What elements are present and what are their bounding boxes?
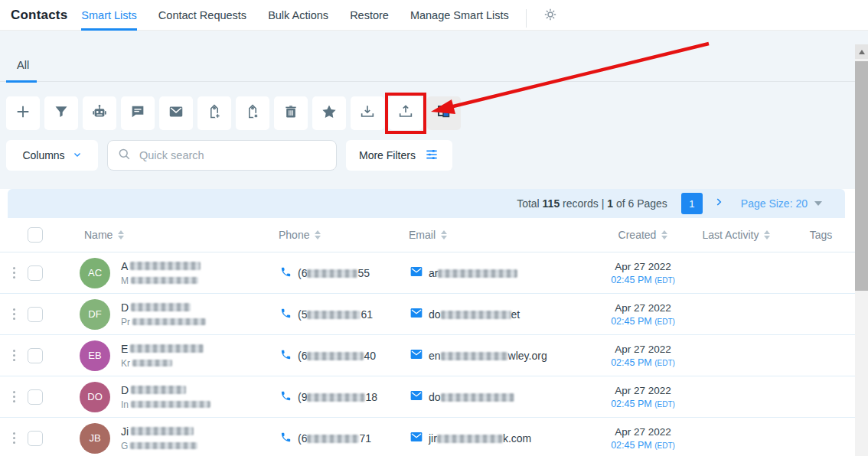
star-icon xyxy=(321,103,338,123)
redacted-phone xyxy=(307,393,365,402)
redacted-name xyxy=(131,386,186,394)
send-sms-button[interactable] xyxy=(121,96,155,130)
redacted-text xyxy=(131,401,210,408)
mail-icon xyxy=(410,432,423,445)
avatar: DO xyxy=(80,382,110,412)
columns-label: Columns xyxy=(22,149,64,161)
avatar: AC xyxy=(80,258,110,288)
name-cell[interactable]: DO D In xyxy=(54,382,279,412)
filter-bar: Columns More Filters xyxy=(6,140,868,171)
gear-icon xyxy=(542,6,559,26)
merge-contacts-button[interactable] xyxy=(427,96,461,130)
name-cell[interactable]: JB Ji G xyxy=(54,423,279,454)
sort-icon[interactable] xyxy=(661,230,667,239)
created-cell: Apr 27 2022 02:45 PM (EDT) xyxy=(600,302,686,327)
mail-icon xyxy=(410,390,423,403)
column-header-last-activity[interactable]: Last Activity xyxy=(686,229,787,241)
phone-cell: (671 xyxy=(279,432,409,445)
created-cell: Apr 27 2022 02:45 PM (EDT) xyxy=(600,426,686,451)
sort-icon[interactable] xyxy=(764,230,770,239)
column-header-name[interactable]: Name xyxy=(54,229,279,241)
table-row[interactable]: JB Ji G (671 jirk.com Apr 27 2022 02:45 … xyxy=(0,418,855,456)
column-header-phone[interactable]: Phone xyxy=(279,229,409,241)
sort-icon[interactable] xyxy=(315,230,321,239)
page-size-selector[interactable]: Page Size: 20 xyxy=(741,197,822,210)
scroll-up-button[interactable] xyxy=(855,44,868,59)
quick-search-input[interactable] xyxy=(138,148,327,162)
add-contact-button[interactable] xyxy=(6,96,40,130)
current-page-number: 1 xyxy=(607,197,613,210)
nav-tab-restore[interactable]: Restore xyxy=(350,0,389,31)
nav-tab-manage-smart-lists[interactable]: Manage Smart Lists xyxy=(410,0,509,31)
redacted-text xyxy=(130,442,197,449)
records-summary: Total 115 records | 1 of 6 Pages xyxy=(517,197,667,210)
contacts-table: Name Phone Email Created Last Activity T… xyxy=(0,218,855,456)
redacted-name xyxy=(130,262,201,270)
tag-remove-icon xyxy=(244,103,261,123)
bulk-action-toolbar xyxy=(6,96,868,130)
trash-icon xyxy=(283,104,299,122)
vertical-scrollbar[interactable] xyxy=(855,44,868,456)
redacted-email xyxy=(441,393,514,402)
scroll-up-arrow-icon xyxy=(859,50,865,54)
total-records-count: 115 xyxy=(543,197,560,210)
column-header-created[interactable]: Created xyxy=(600,229,686,241)
nav-tab-bulk-actions[interactable]: Bulk Actions xyxy=(268,0,328,31)
mail-icon xyxy=(410,349,423,362)
settings-button[interactable] xyxy=(542,6,559,26)
redacted-text xyxy=(131,277,198,284)
redacted-text xyxy=(132,360,172,366)
more-filters-button[interactable]: More Filters xyxy=(346,140,452,171)
favorite-button[interactable] xyxy=(312,96,346,130)
nav-tab-smart-lists[interactable]: Smart Lists xyxy=(81,0,137,31)
name-cell[interactable]: DF D Pr xyxy=(54,299,279,330)
send-email-button[interactable] xyxy=(159,96,193,130)
column-header-tags: Tags xyxy=(787,229,855,241)
table-row[interactable]: EB E Kr (640 enwley.org Apr 27 2022 02:4… xyxy=(0,335,855,376)
row-checkbox[interactable] xyxy=(28,265,43,281)
name-cell[interactable]: EB E Kr xyxy=(54,340,279,371)
import-contacts-button[interactable] xyxy=(351,96,384,130)
phone-icon xyxy=(280,390,292,404)
select-all-checkbox[interactable] xyxy=(28,227,43,243)
remove-tag-button[interactable] xyxy=(236,96,269,130)
row-checkbox[interactable] xyxy=(28,389,43,405)
row-checkbox[interactable] xyxy=(28,307,43,322)
created-cell: Apr 27 2022 02:45 PM (EDT) xyxy=(600,344,686,368)
add-tag-button[interactable] xyxy=(197,96,231,130)
nav-tab-contact-requests[interactable]: Contact Requests xyxy=(158,0,246,31)
drag-handle[interactable] xyxy=(13,308,15,320)
redacted-phone xyxy=(307,352,364,360)
drag-handle[interactable] xyxy=(13,391,15,402)
drag-handle[interactable] xyxy=(13,350,15,361)
sort-icon[interactable] xyxy=(441,230,447,239)
phone-cell: (918 xyxy=(279,390,409,404)
drag-handle[interactable] xyxy=(13,267,15,278)
redacted-text xyxy=(132,318,206,325)
row-checkbox[interactable] xyxy=(28,348,43,363)
nav-divider xyxy=(526,9,527,28)
sort-icon[interactable] xyxy=(118,230,124,239)
export-contacts-button[interactable] xyxy=(389,96,423,130)
automation-button[interactable] xyxy=(83,96,116,130)
scrollbar-thumb[interactable] xyxy=(855,61,868,291)
name-cell[interactable]: AC A M xyxy=(54,258,279,288)
next-page-button[interactable] xyxy=(713,197,724,210)
row-checkbox[interactable] xyxy=(28,431,43,446)
table-row[interactable]: AC A M (655 ar Apr 27 2022 02:45 PM (EDT… xyxy=(0,252,855,294)
email-cell: enwley.org xyxy=(409,349,600,362)
created-cell: Apr 27 2022 02:45 PM (EDT) xyxy=(600,385,686,409)
delete-contacts-button[interactable] xyxy=(274,96,308,130)
table-row[interactable]: DF D Pr (561 doet Apr 27 2022 02:45 PM (… xyxy=(0,294,855,335)
redacted-phone xyxy=(307,435,359,443)
filter-button[interactable] xyxy=(44,96,78,130)
drag-handle[interactable] xyxy=(13,432,15,444)
page-1-button[interactable]: 1 xyxy=(681,193,703,214)
tag-plus-icon xyxy=(206,103,223,123)
tab-all[interactable]: All xyxy=(6,59,37,83)
email-cell: doet xyxy=(409,308,600,321)
columns-button[interactable]: Columns xyxy=(6,140,98,171)
redacted-email xyxy=(441,311,511,319)
table-row[interactable]: DO D In (918 do Apr 27 2022 02:45 PM (ED… xyxy=(0,376,855,418)
column-header-email[interactable]: Email xyxy=(409,229,600,241)
